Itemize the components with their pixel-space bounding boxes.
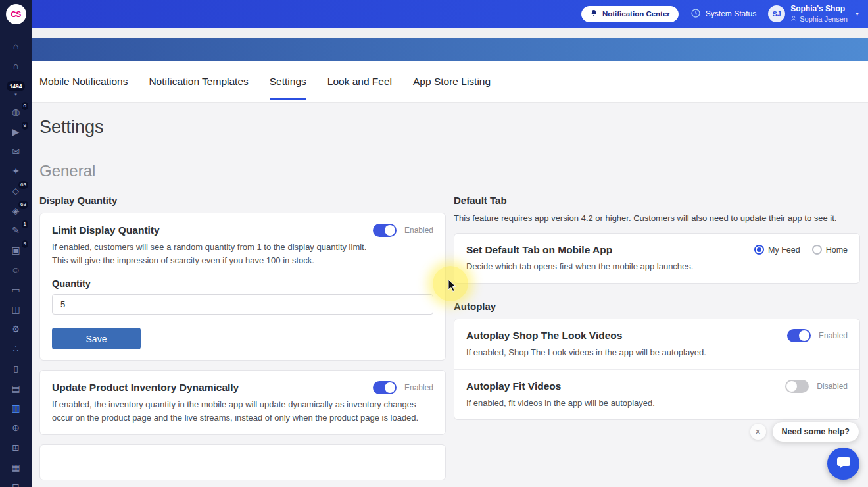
- clock-icon: [690, 8, 701, 20]
- autoplay-fit-videos-toggle[interactable]: [785, 380, 809, 393]
- sidebar-item-mobile[interactable]: ▯: [0, 359, 32, 378]
- sidebar-item-packages[interactable]: ◫: [0, 299, 32, 319]
- system-status[interactable]: System Status: [690, 8, 756, 20]
- orders-badge: 63: [18, 201, 28, 209]
- account-menu[interactable]: SJ Sophia's Shop Sophia Jensen ▾: [768, 4, 859, 24]
- orders-icon: ◈: [12, 205, 20, 216]
- update-inventory-state: Enabled: [404, 383, 433, 392]
- sidebar-item-cart[interactable]: ⊞: [0, 438, 32, 457]
- settings-icon: ⚙: [12, 324, 20, 334]
- limit-display-quantity-toggle[interactable]: [373, 224, 397, 237]
- autoplay-fit-videos-description: If enabled, fit videos in the app will b…: [466, 397, 848, 410]
- page-banner: [32, 38, 868, 61]
- save-button[interactable]: Save: [52, 328, 141, 349]
- autoplay-fit-videos-toggle-group: Disabled: [785, 380, 848, 393]
- sidebar-item-magic[interactable]: ✦: [0, 161, 32, 181]
- default-tab-radio-group: My Feed Home: [754, 245, 848, 255]
- customers-icon: ☺: [11, 265, 20, 275]
- sidebar-item-share[interactable]: ∴: [0, 339, 32, 359]
- radio-home[interactable]: Home: [812, 245, 848, 255]
- tab-settings[interactable]: Settings: [270, 61, 306, 102]
- page-title: Settings: [39, 117, 860, 138]
- tab-app-store-listing[interactable]: App Store Listing: [413, 61, 491, 102]
- next-card-partial: [39, 444, 446, 480]
- analytics-icon: ▥: [11, 403, 20, 413]
- autoplay-fit-videos-state: Disabled: [817, 382, 848, 391]
- update-inventory-toggle[interactable]: [373, 381, 397, 394]
- tab-mobile-notifications[interactable]: Mobile Notifications: [39, 61, 128, 102]
- autoplay-shop-the-look-block: Autoplay Shop The Look Videos Enabled If…: [454, 319, 859, 369]
- compose-badge: 1: [22, 220, 28, 228]
- sidebar-item-products[interactable]: ◇63: [0, 181, 32, 201]
- person-icon: [790, 14, 797, 24]
- autoplay-header: Autoplay: [454, 301, 860, 312]
- topbar: Notification Center System Status SJ Sop…: [32, 0, 868, 28]
- radio-selected-icon: [754, 245, 764, 255]
- cart-icon: ⊞: [12, 442, 20, 453]
- tab-look-and-feel[interactable]: Look and Feel: [327, 61, 392, 102]
- logo-text: CS: [11, 10, 21, 19]
- support-icon: ∩: [12, 61, 19, 71]
- chat-widget-button[interactable]: [827, 448, 859, 480]
- toggle-knob: [385, 225, 395, 236]
- radio-unselected-icon: [812, 245, 822, 255]
- sidebar-item-orders[interactable]: ◈63: [0, 201, 32, 220]
- radio-my-feed[interactable]: My Feed: [754, 245, 800, 255]
- tab-notification-templates[interactable]: Notification Templates: [149, 61, 248, 102]
- sidebar-item-support[interactable]: ∩: [0, 56, 32, 76]
- notification-center-button[interactable]: Notification Center: [581, 6, 679, 22]
- section-general-heading: General: [39, 162, 860, 180]
- sidebar-item-media[interactable]: ▣9: [0, 240, 32, 260]
- sidebar-item-live[interactable]: ▶9: [0, 122, 32, 141]
- sidebar-item-layout[interactable]: ▦: [0, 457, 32, 477]
- limit-display-quantity-state: Enabled: [404, 226, 433, 235]
- autoplay-fit-videos-block: Autoplay Fit Videos Disabled If enabled,…: [454, 369, 859, 420]
- sidebar-item-customers[interactable]: ☺: [0, 260, 32, 280]
- sidebar-item-reports[interactable]: ▤: [0, 378, 32, 398]
- close-help-button[interactable]: ×: [750, 424, 766, 440]
- reports-icon: ▤: [11, 383, 20, 394]
- sidebar-item-home[interactable]: ⌂: [0, 36, 32, 56]
- screens-icon: ▭: [11, 284, 20, 295]
- radio-my-feed-label: My Feed: [768, 245, 800, 255]
- user-name: Sophia Jensen: [800, 14, 848, 24]
- sidebar-item-screens[interactable]: ▭: [0, 280, 32, 299]
- chevron-down-icon: ▾: [856, 10, 859, 17]
- help-tooltip: × Need some help?: [750, 422, 859, 442]
- default-tab-note: This feature requires app version 4.2 or…: [454, 213, 860, 225]
- sidebar-item-broadcast[interactable]: ◍0: [0, 102, 32, 122]
- magic-icon: ✦: [12, 166, 20, 176]
- products-icon: ◇: [12, 186, 20, 196]
- limit-display-quantity-card: Limit Display Quantity Enabled If enable…: [39, 213, 446, 361]
- autoplay-fit-videos-title: Autoplay Fit Videos: [466, 380, 561, 392]
- products-badge: 63: [18, 181, 28, 189]
- autoplay-shop-the-look-toggle-group: Enabled: [787, 329, 848, 342]
- level-badge: 1494: [7, 81, 26, 91]
- sidebar-nav: ⌂∩1494▾◍0▶9✉✦◇63◈63✎1▣9☺▭◫⚙∴▯▤▥⊕⊞▦⊟: [0, 36, 32, 487]
- sidebar-item-apps[interactable]: ⊟: [0, 477, 32, 487]
- broadcast-icon: ◍: [12, 107, 20, 117]
- quantity-input[interactable]: [52, 294, 433, 315]
- autoplay-shop-the-look-title: Autoplay Shop The Look Videos: [466, 330, 622, 342]
- sidebar-item-integrations[interactable]: ⊕: [0, 418, 32, 438]
- app-logo[interactable]: CS: [6, 4, 26, 24]
- limit-display-quantity-title: Limit Display Quantity: [52, 224, 160, 236]
- chevron-down-icon: ▾: [14, 92, 17, 97]
- live-icon: ▶: [12, 126, 20, 137]
- limit-display-quantity-description: If enabled, customers will see a random …: [52, 241, 371, 267]
- sidebar: CS ⌂∩1494▾◍0▶9✉✦◇63◈63✎1▣9☺▭◫⚙∴▯▤▥⊕⊞▦⊟: [0, 0, 32, 487]
- radio-home-label: Home: [826, 245, 848, 255]
- set-default-tab-title: Set Default Tab on Mobile App: [466, 244, 612, 256]
- shop-name: Sophia's Shop: [790, 4, 848, 14]
- default-tab-header: Default Tab: [454, 195, 860, 206]
- sidebar-item-settings[interactable]: ⚙: [0, 319, 32, 339]
- sidebar-item-level[interactable]: 1494▾: [0, 76, 32, 102]
- display-quantity-header: Display Quantity: [39, 195, 446, 206]
- sidebar-item-analytics[interactable]: ▥: [0, 398, 32, 418]
- quantity-label: Quantity: [52, 278, 433, 289]
- sidebar-item-messages[interactable]: ✉: [0, 141, 32, 161]
- set-default-tab-description: Decide which tab opens first when the mo…: [466, 260, 848, 273]
- autoplay-shop-the-look-toggle[interactable]: [787, 329, 811, 342]
- toggle-knob: [799, 330, 809, 341]
- sidebar-item-compose[interactable]: ✎1: [0, 220, 32, 240]
